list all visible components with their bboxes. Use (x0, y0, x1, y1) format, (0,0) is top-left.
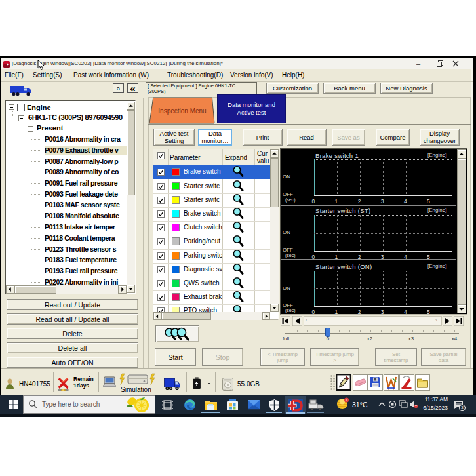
svg-text:1: 1 (346, 398, 347, 402)
svg-text:3: 3 (461, 405, 464, 410)
